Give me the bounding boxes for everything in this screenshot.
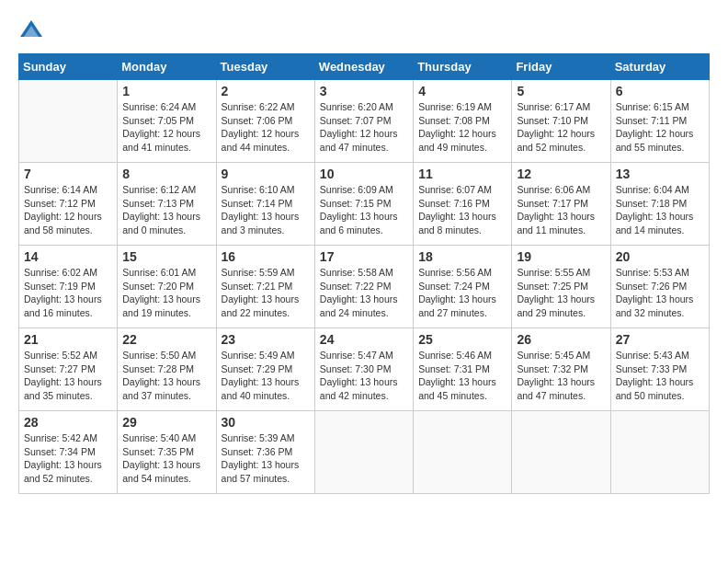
day-number: 22 — [122, 332, 210, 347]
day-info: Sunrise: 5:52 AM Sunset: 7:27 PM Dayligh… — [24, 349, 112, 403]
calendar-cell: 19Sunrise: 5:55 AM Sunset: 7:25 PM Dayli… — [512, 246, 610, 328]
calendar-cell: 5Sunrise: 6:17 AM Sunset: 7:10 PM Daylig… — [512, 80, 610, 163]
day-info: Sunrise: 6:17 AM Sunset: 7:10 PM Dayligh… — [517, 100, 605, 155]
calendar-cell: 18Sunrise: 5:56 AM Sunset: 7:24 PM Dayli… — [414, 246, 512, 328]
calendar-cell: 4Sunrise: 6:19 AM Sunset: 7:08 PM Daylig… — [414, 80, 512, 163]
day-number: 9 — [222, 167, 310, 181]
logo-icon — [18, 18, 44, 44]
weekday-header: Wednesday — [314, 54, 413, 80]
day-number: 21 — [24, 332, 112, 347]
calendar-cell: 16Sunrise: 5:59 AM Sunset: 7:21 PM Dayli… — [216, 246, 314, 328]
day-number: 24 — [320, 332, 408, 347]
day-number: 19 — [517, 249, 605, 264]
calendar-cell: 24Sunrise: 5:47 AM Sunset: 7:30 PM Dayli… — [314, 328, 413, 411]
calendar-cell: 9Sunrise: 6:10 AM Sunset: 7:14 PM Daylig… — [216, 163, 314, 246]
day-info: Sunrise: 5:56 AM Sunset: 7:24 PM Dayligh… — [418, 266, 506, 320]
day-number: 10 — [320, 167, 408, 181]
weekday-header-row: SundayMondayTuesdayWednesdayThursdayFrid… — [19, 54, 710, 80]
calendar-table: SundayMondayTuesdayWednesdayThursdayFrid… — [18, 53, 710, 494]
day-number: 17 — [320, 249, 408, 264]
calendar-cell: 17Sunrise: 5:58 AM Sunset: 7:22 PM Dayli… — [314, 246, 413, 328]
day-info: Sunrise: 5:49 AM Sunset: 7:29 PM Dayligh… — [222, 349, 310, 403]
day-number: 16 — [222, 249, 310, 264]
calendar-cell: 6Sunrise: 6:15 AM Sunset: 7:11 PM Daylig… — [610, 80, 709, 163]
day-info: Sunrise: 5:42 AM Sunset: 7:34 PM Dayligh… — [24, 431, 112, 486]
day-number: 29 — [122, 415, 210, 430]
calendar-cell — [512, 411, 610, 494]
calendar-week-row: 7Sunrise: 6:14 AM Sunset: 7:12 PM Daylig… — [19, 163, 710, 246]
calendar-cell: 29Sunrise: 5:40 AM Sunset: 7:35 PM Dayli… — [118, 411, 216, 494]
calendar-cell: 26Sunrise: 5:45 AM Sunset: 7:32 PM Dayli… — [512, 328, 610, 411]
calendar-week-row: 14Sunrise: 6:02 AM Sunset: 7:19 PM Dayli… — [19, 246, 710, 328]
day-info: Sunrise: 6:02 AM Sunset: 7:19 PM Dayligh… — [24, 266, 112, 320]
day-info: Sunrise: 6:12 AM Sunset: 7:13 PM Dayligh… — [122, 183, 210, 237]
weekday-header: Saturday — [610, 54, 709, 80]
day-number: 12 — [517, 167, 605, 181]
calendar-cell: 8Sunrise: 6:12 AM Sunset: 7:13 PM Daylig… — [118, 163, 216, 246]
day-number: 5 — [517, 84, 605, 98]
day-number: 6 — [616, 84, 704, 98]
day-info: Sunrise: 6:22 AM Sunset: 7:06 PM Dayligh… — [222, 100, 310, 155]
calendar-cell: 22Sunrise: 5:50 AM Sunset: 7:28 PM Dayli… — [118, 328, 216, 411]
day-info: Sunrise: 5:46 AM Sunset: 7:31 PM Dayligh… — [418, 349, 506, 403]
calendar-cell: 28Sunrise: 5:42 AM Sunset: 7:34 PM Dayli… — [19, 411, 118, 494]
weekday-header: Tuesday — [216, 54, 314, 80]
weekday-header: Sunday — [19, 54, 118, 80]
day-number: 15 — [122, 249, 210, 264]
weekday-header: Friday — [512, 54, 610, 80]
day-info: Sunrise: 5:53 AM Sunset: 7:26 PM Dayligh… — [616, 266, 704, 320]
day-number: 23 — [222, 332, 310, 347]
calendar-cell: 21Sunrise: 5:52 AM Sunset: 7:27 PM Dayli… — [19, 328, 118, 411]
day-number: 27 — [616, 332, 704, 347]
day-number: 8 — [122, 167, 210, 181]
day-number: 11 — [418, 167, 506, 181]
calendar-cell: 23Sunrise: 5:49 AM Sunset: 7:29 PM Dayli… — [216, 328, 314, 411]
calendar-cell — [19, 80, 118, 163]
day-number: 28 — [24, 415, 112, 430]
calendar-cell — [314, 411, 413, 494]
day-info: Sunrise: 6:20 AM Sunset: 7:07 PM Dayligh… — [320, 100, 408, 155]
day-info: Sunrise: 5:47 AM Sunset: 7:30 PM Dayligh… — [320, 349, 408, 403]
calendar-week-row: 28Sunrise: 5:42 AM Sunset: 7:34 PM Dayli… — [19, 411, 710, 494]
logo — [18, 18, 48, 44]
weekday-header: Monday — [118, 54, 216, 80]
calendar-cell: 10Sunrise: 6:09 AM Sunset: 7:15 PM Dayli… — [314, 163, 413, 246]
calendar-cell: 25Sunrise: 5:46 AM Sunset: 7:31 PM Dayli… — [414, 328, 512, 411]
calendar-cell: 7Sunrise: 6:14 AM Sunset: 7:12 PM Daylig… — [19, 163, 118, 246]
calendar-week-row: 1Sunrise: 6:24 AM Sunset: 7:05 PM Daylig… — [19, 80, 710, 163]
day-info: Sunrise: 6:24 AM Sunset: 7:05 PM Dayligh… — [122, 100, 210, 155]
day-number: 1 — [122, 84, 210, 98]
header — [18, 18, 710, 44]
calendar-cell: 27Sunrise: 5:43 AM Sunset: 7:33 PM Dayli… — [610, 328, 709, 411]
day-info: Sunrise: 6:06 AM Sunset: 7:17 PM Dayligh… — [517, 183, 605, 237]
day-info: Sunrise: 5:40 AM Sunset: 7:35 PM Dayligh… — [122, 431, 210, 486]
calendar-cell: 12Sunrise: 6:06 AM Sunset: 7:17 PM Dayli… — [512, 163, 610, 246]
day-number: 20 — [616, 249, 704, 264]
day-info: Sunrise: 5:39 AM Sunset: 7:36 PM Dayligh… — [222, 431, 310, 486]
calendar-cell — [610, 411, 709, 494]
day-info: Sunrise: 6:09 AM Sunset: 7:15 PM Dayligh… — [320, 183, 408, 237]
day-number: 30 — [222, 415, 310, 430]
day-info: Sunrise: 5:45 AM Sunset: 7:32 PM Dayligh… — [517, 349, 605, 403]
day-info: Sunrise: 6:07 AM Sunset: 7:16 PM Dayligh… — [418, 183, 506, 237]
weekday-header: Thursday — [414, 54, 512, 80]
day-info: Sunrise: 5:43 AM Sunset: 7:33 PM Dayligh… — [616, 349, 704, 403]
calendar-cell: 2Sunrise: 6:22 AM Sunset: 7:06 PM Daylig… — [216, 80, 314, 163]
calendar-cell — [414, 411, 512, 494]
calendar-cell: 30Sunrise: 5:39 AM Sunset: 7:36 PM Dayli… — [216, 411, 314, 494]
calendar-cell: 14Sunrise: 6:02 AM Sunset: 7:19 PM Dayli… — [19, 246, 118, 328]
day-number: 25 — [418, 332, 506, 347]
day-number: 14 — [24, 249, 112, 264]
day-info: Sunrise: 6:04 AM Sunset: 7:18 PM Dayligh… — [616, 183, 704, 237]
day-number: 13 — [616, 167, 704, 181]
calendar-cell: 11Sunrise: 6:07 AM Sunset: 7:16 PM Dayli… — [414, 163, 512, 246]
day-number: 4 — [418, 84, 506, 98]
day-info: Sunrise: 6:19 AM Sunset: 7:08 PM Dayligh… — [418, 100, 506, 155]
day-info: Sunrise: 5:50 AM Sunset: 7:28 PM Dayligh… — [122, 349, 210, 403]
day-info: Sunrise: 6:01 AM Sunset: 7:20 PM Dayligh… — [122, 266, 210, 320]
day-number: 3 — [320, 84, 408, 98]
calendar-cell: 1Sunrise: 6:24 AM Sunset: 7:05 PM Daylig… — [118, 80, 216, 163]
day-number: 26 — [517, 332, 605, 347]
day-number: 7 — [24, 167, 112, 181]
calendar-cell: 20Sunrise: 5:53 AM Sunset: 7:26 PM Dayli… — [610, 246, 709, 328]
